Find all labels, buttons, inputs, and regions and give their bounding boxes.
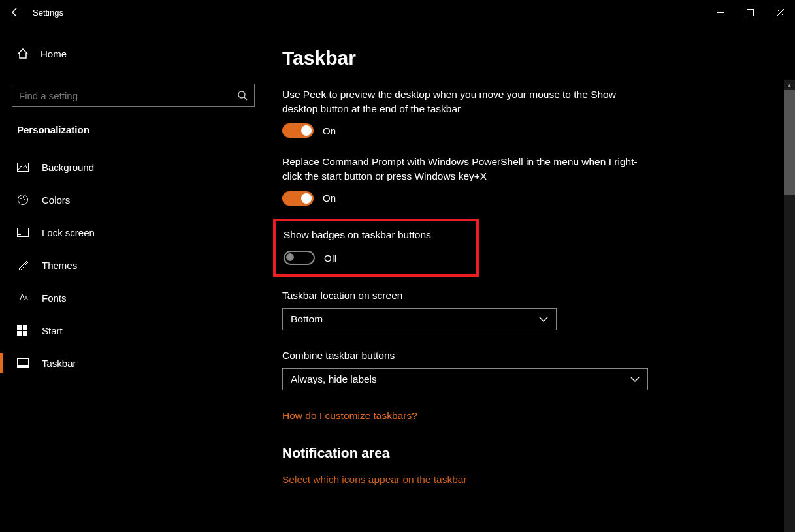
- badges-description: Show badges on taskbar buttons: [284, 228, 468, 242]
- palette-icon: [17, 194, 30, 206]
- scrollbar-track[interactable]: [784, 90, 795, 532]
- svg-rect-14: [18, 365, 29, 368]
- sidebar-item-label: Lock screen: [42, 227, 95, 238]
- arrow-left-icon: [10, 7, 20, 18]
- sidebar-item-start[interactable]: Start: [12, 314, 255, 347]
- sidebar-item-lockscreen[interactable]: Lock screen: [12, 216, 255, 249]
- highlighted-setting: Show badges on taskbar buttons Off: [273, 219, 479, 277]
- peek-description: Use Peek to preview the desktop when you…: [282, 87, 648, 116]
- sidebar-item-label: Start: [42, 325, 63, 336]
- svg-rect-0: [747, 9, 753, 16]
- themes-icon: [17, 259, 30, 271]
- sidebar: Home Personalization Background Colors L…: [0, 25, 261, 532]
- home-nav[interactable]: Home: [12, 35, 255, 72]
- sidebar-item-label: Taskbar: [42, 358, 76, 369]
- svg-rect-10: [23, 325, 27, 330]
- powershell-description: Replace Command Prompt with Windows Powe…: [282, 155, 648, 183]
- powershell-toggle-state: On: [323, 193, 336, 204]
- badges-toggle[interactable]: [284, 251, 315, 265]
- sidebar-item-colors[interactable]: Colors: [12, 183, 255, 216]
- sidebar-item-label: Background: [42, 162, 94, 173]
- scroll-up-arrow[interactable]: ▲: [784, 80, 795, 90]
- notification-area-header: Notification area: [282, 445, 775, 461]
- chevron-down-icon: [539, 317, 548, 322]
- location-dropdown[interactable]: Bottom: [282, 308, 557, 330]
- start-icon: [17, 325, 30, 336]
- location-value: Bottom: [291, 313, 323, 325]
- svg-rect-2: [18, 163, 29, 172]
- sidebar-item-background[interactable]: Background: [12, 151, 255, 183]
- notification-icons-link[interactable]: Select which icons appear on the taskbar: [282, 474, 775, 486]
- back-button[interactable]: [0, 0, 30, 25]
- svg-point-5: [23, 196, 24, 198]
- close-button[interactable]: [765, 0, 795, 25]
- page-title: Taskbar: [282, 47, 775, 69]
- fonts-icon: AA: [17, 293, 30, 302]
- search-input-container[interactable]: [12, 84, 255, 107]
- badges-toggle-state: Off: [324, 253, 337, 264]
- svg-rect-9: [17, 325, 22, 330]
- svg-rect-12: [23, 331, 27, 336]
- combine-dropdown[interactable]: Always, hide labels: [282, 368, 648, 390]
- maximize-button[interactable]: [735, 0, 765, 25]
- sidebar-item-fonts[interactable]: AA Fonts: [12, 281, 255, 314]
- sidebar-item-label: Themes: [42, 260, 77, 271]
- content-area: Taskbar Use Peek to preview the desktop …: [261, 25, 795, 532]
- peek-toggle-state: On: [323, 125, 336, 136]
- lockscreen-icon: [17, 228, 30, 237]
- scrollbar-thumb[interactable]: [784, 90, 795, 195]
- powershell-toggle[interactable]: [282, 191, 314, 206]
- maximize-icon: [747, 9, 754, 16]
- search-input[interactable]: [19, 90, 237, 101]
- search-icon: [237, 90, 248, 101]
- combine-label: Combine taskbar buttons: [282, 350, 775, 362]
- svg-point-3: [18, 195, 28, 205]
- sidebar-item-themes[interactable]: Themes: [12, 249, 255, 281]
- customize-help-link[interactable]: How do I customize taskbars?: [282, 410, 417, 422]
- close-icon: [777, 9, 784, 16]
- sidebar-item-label: Colors: [42, 195, 70, 206]
- picture-icon: [17, 163, 30, 172]
- home-label: Home: [41, 48, 67, 59]
- svg-rect-11: [17, 331, 22, 336]
- sidebar-item-taskbar[interactable]: Taskbar: [12, 347, 255, 379]
- home-icon: [17, 48, 29, 59]
- chevron-down-icon: [630, 377, 640, 382]
- svg-point-1: [238, 91, 245, 98]
- svg-rect-7: [18, 228, 29, 237]
- location-label: Taskbar location on screen: [282, 290, 775, 302]
- svg-rect-8: [18, 234, 21, 235]
- taskbar-icon: [17, 358, 30, 368]
- window-title: Settings: [33, 8, 63, 18]
- peek-toggle[interactable]: [282, 123, 314, 138]
- minimize-icon: [717, 9, 724, 16]
- section-label: Personalization: [17, 124, 255, 135]
- combine-value: Always, hide labels: [291, 373, 377, 385]
- svg-point-6: [24, 199, 25, 200]
- svg-point-4: [20, 198, 22, 199]
- sidebar-item-label: Fonts: [42, 292, 67, 304]
- minimize-button[interactable]: [705, 0, 735, 25]
